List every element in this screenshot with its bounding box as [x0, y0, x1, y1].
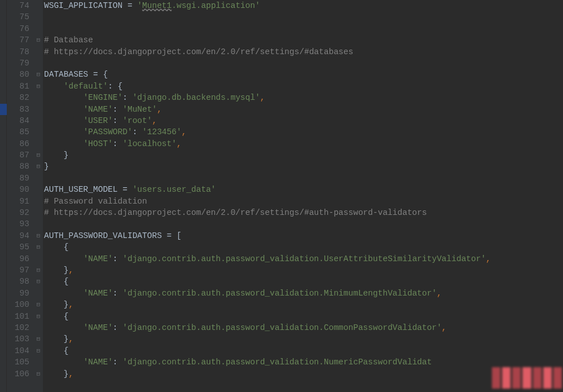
code-line[interactable]: WSGI_APPLICATION = 'Munet1.wsgi.applicat…	[44, 0, 563, 11]
fold-toggle-icon[interactable]: ⊟	[34, 299, 43, 310]
code-line[interactable]	[44, 218, 563, 230]
line-number[interactable]: 80	[7, 69, 29, 80]
line-number[interactable]: 82	[7, 92, 29, 103]
code-line[interactable]: # Password validation	[44, 196, 563, 207]
line-number[interactable]: 99	[7, 288, 29, 299]
fold-toggle-icon[interactable]	[34, 138, 43, 149]
line-number[interactable]: 106	[7, 368, 29, 380]
line-number[interactable]: 74	[7, 0, 29, 11]
code-line[interactable]: 'NAME': 'MuNet',	[44, 104, 563, 115]
line-number[interactable]: 98	[7, 276, 29, 287]
code-line[interactable]: 'PASSWORD': '123456',	[44, 126, 563, 138]
code-line[interactable]: {	[44, 311, 563, 322]
fold-toggle-icon[interactable]	[34, 173, 43, 184]
fold-toggle-icon[interactable]: ⊟	[34, 265, 43, 276]
code-line[interactable]: },	[44, 299, 563, 310]
fold-toggle-icon[interactable]: ⊟	[34, 241, 43, 253]
fold-toggle-icon[interactable]	[34, 11, 43, 23]
notification-popup[interactable]	[492, 367, 562, 389]
fold-toggle-icon[interactable]: ⊟	[34, 161, 43, 172]
code-line[interactable]: 'NAME': 'django.contrib.auth.password_va…	[44, 253, 563, 265]
code-line[interactable]: # https://docs.djangoproject.com/en/2.0/…	[44, 207, 563, 218]
line-number[interactable]: 79	[7, 58, 29, 69]
fold-toggle-icon[interactable]	[34, 115, 43, 126]
fold-toggle-icon[interactable]: ⊟	[34, 276, 43, 287]
line-number[interactable]: 100	[7, 299, 29, 310]
line-number[interactable]: 97	[7, 265, 29, 276]
fold-toggle-icon[interactable]: ⊟	[34, 81, 43, 92]
code-line[interactable]	[44, 173, 563, 184]
fold-toggle-icon[interactable]	[34, 104, 43, 115]
code-line[interactable]	[44, 23, 563, 34]
line-number[interactable]: 84	[7, 115, 29, 126]
code-area[interactable]: WSGI_APPLICATION = 'Munet1.wsgi.applicat…	[43, 0, 563, 392]
line-number[interactable]: 77	[7, 34, 29, 46]
line-number[interactable]: 86	[7, 138, 29, 149]
code-line[interactable]: 'default': {	[44, 81, 563, 92]
code-line[interactable]: # Database	[44, 34, 563, 46]
breakpoint-highlight[interactable]	[0, 104, 7, 115]
code-line[interactable]	[44, 58, 563, 69]
code-line[interactable]: },	[44, 368, 563, 380]
code-line[interactable]: # https://docs.djangoproject.com/en/2.0/…	[44, 46, 563, 58]
line-number[interactable]: 96	[7, 253, 29, 265]
fold-toggle-icon[interactable]	[34, 184, 43, 195]
fold-toggle-icon[interactable]	[34, 288, 43, 299]
code-line[interactable]: AUTH_USER_MODEL = 'users.user_data'	[44, 184, 563, 195]
code-line[interactable]: AUTH_PASSWORD_VALIDATORS = [	[44, 230, 563, 241]
fold-toggle-icon[interactable]: ⊟	[34, 311, 43, 322]
line-number[interactable]: 104	[7, 345, 29, 356]
line-number[interactable]: 101	[7, 311, 29, 322]
fold-toggle-icon[interactable]	[34, 207, 43, 218]
line-number[interactable]: 94	[7, 230, 29, 241]
fold-toggle-icon[interactable]: ⊟	[34, 69, 43, 80]
line-number[interactable]: 76	[7, 23, 29, 34]
line-number[interactable]: 105	[7, 356, 29, 368]
line-number[interactable]: 78	[7, 46, 29, 58]
line-number[interactable]: 93	[7, 218, 29, 230]
code-line[interactable]: {	[44, 345, 563, 356]
line-number[interactable]: 88	[7, 161, 29, 172]
code-line[interactable]: }	[44, 149, 563, 161]
line-number[interactable]: 87	[7, 149, 29, 161]
fold-toggle-icon[interactable]	[34, 322, 43, 333]
code-line[interactable]: 'NAME': 'django.contrib.auth.password_va…	[44, 288, 563, 299]
code-line[interactable]: 'NAME': 'django.contrib.auth.password_va…	[44, 356, 563, 368]
code-line[interactable]: },	[44, 265, 563, 276]
fold-toggle-icon[interactable]: ⊟	[34, 149, 43, 161]
code-line[interactable]: {	[44, 276, 563, 287]
fold-toggle-icon[interactable]	[34, 196, 43, 207]
line-number[interactable]: 90	[7, 184, 29, 195]
code-line[interactable]: 'NAME': 'django.contrib.auth.password_va…	[44, 322, 563, 333]
code-line[interactable]: }	[44, 161, 563, 172]
code-line[interactable]: },	[44, 333, 563, 345]
line-number-gutter[interactable]: 7475767778798081828384858687888990919293…	[7, 0, 34, 392]
code-line[interactable]: 'USER': 'root',	[44, 115, 563, 126]
fold-toggle-icon[interactable]	[34, 0, 43, 11]
fold-column[interactable]: ⊟⊟⊟⊟⊟⊟⊟⊟⊟⊟⊟⊟⊟⊟	[34, 0, 43, 392]
fold-toggle-icon[interactable]: ⊟	[34, 368, 43, 380]
line-number[interactable]: 81	[7, 81, 29, 92]
line-number[interactable]: 92	[7, 207, 29, 218]
fold-toggle-icon[interactable]	[34, 46, 43, 58]
fold-toggle-icon[interactable]	[34, 218, 43, 230]
fold-toggle-icon[interactable]	[34, 356, 43, 368]
fold-toggle-icon[interactable]: ⊟	[34, 345, 43, 356]
line-number[interactable]: 102	[7, 322, 29, 333]
fold-toggle-icon[interactable]	[34, 253, 43, 265]
fold-toggle-icon[interactable]	[34, 23, 43, 34]
fold-toggle-icon[interactable]	[34, 92, 43, 103]
code-line[interactable]: {	[44, 241, 563, 253]
line-number[interactable]: 91	[7, 196, 29, 207]
line-number[interactable]: 83	[7, 104, 29, 115]
line-number[interactable]: 85	[7, 126, 29, 138]
code-line[interactable]: 'HOST': 'localhost',	[44, 138, 563, 149]
code-line[interactable]	[44, 11, 563, 23]
code-line[interactable]: DATABASES = {	[44, 69, 563, 80]
fold-toggle-icon[interactable]	[34, 126, 43, 138]
line-number[interactable]: 75	[7, 11, 29, 23]
fold-toggle-icon[interactable]	[34, 58, 43, 69]
fold-toggle-icon[interactable]: ⊟	[34, 34, 43, 46]
code-line[interactable]: 'ENGINE': 'django.db.backends.mysql',	[44, 92, 563, 103]
line-number[interactable]: 89	[7, 173, 29, 184]
